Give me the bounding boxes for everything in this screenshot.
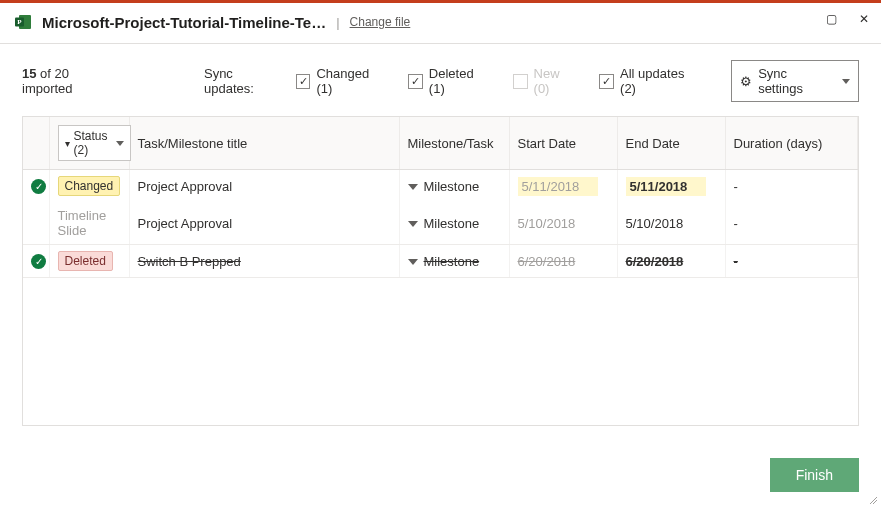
file-title: Microsoft-Project-Tutorial-Timeline-Te… [42,14,326,31]
header-title[interactable]: Task/Milestone title [129,117,399,170]
row-end-cell[interactable]: 5/10/2018 [617,202,725,245]
gear-icon: ⚙ [740,74,752,89]
row-start-date: 5/11/2018 [522,179,580,194]
row-check-cell[interactable]: ✓ [23,245,49,278]
row-check-cell[interactable]: ✓ [23,170,49,203]
row-type-cell[interactable]: Milestone [399,202,509,245]
header-end[interactable]: End Date [617,117,725,170]
dropdown-icon [408,221,418,227]
row-duration-cell[interactable]: - [725,245,858,278]
highlight: 5/11/2018 [518,177,598,196]
check-circle-icon: ✓ [31,254,46,269]
row-start-cell[interactable]: 6/20/2018 [509,245,617,278]
checkbox-all-updates[interactable]: All updates (2) [599,66,701,96]
close-icon[interactable]: ✕ [859,13,869,25]
filter-icon: ▾ [65,138,70,149]
resize-grip-icon[interactable] [867,494,877,504]
header-status-label: Status (2) [74,129,108,157]
checkbox-changed-label: Changed (1) [316,66,386,96]
row-check-cell[interactable] [23,202,49,245]
app-window: ▢ ✕ P Microsoft-Project-Tutorial-Timelin… [0,0,881,508]
row-duration: - [734,179,738,194]
row-duration-cell[interactable]: - [725,170,858,203]
row-start-date: 6/20/2018 [518,254,576,269]
checkbox-empty-icon [513,74,528,89]
row-type-cell[interactable]: Milestone [399,245,509,278]
status-tag: Deleted [58,251,113,271]
dropdown-icon [408,184,418,190]
checkmark-icon [408,74,423,89]
row-title: Switch B Prepped [138,254,241,269]
header-duration[interactable]: Duration (days) [725,117,858,170]
status-text: Timeline Slide [58,208,107,238]
checkbox-deleted-label: Deleted (1) [429,66,491,96]
row-title-cell: Project Approval [129,170,399,203]
row-end-cell[interactable]: 5/11/2018 [617,170,725,203]
row-status-cell: Timeline Slide [49,202,129,245]
header-checkbox [23,117,49,170]
row-type: Milestone [424,254,480,269]
checkmark-icon [296,74,311,89]
table-row[interactable]: ✓DeletedSwitch B PreppedMilestone6/20/20… [23,245,858,278]
row-type-cell[interactable]: Milestone [399,170,509,203]
checkbox-deleted[interactable]: Deleted (1) [408,66,491,96]
table: ▾ Status (2) Task/Milestone title Milest… [23,117,858,278]
svg-text:P: P [17,18,22,26]
row-start-cell[interactable]: 5/11/2018 [509,170,617,203]
ms-project-icon: P [14,13,32,31]
data-grid: ▾ Status (2) Task/Milestone title Milest… [22,116,859,426]
row-duration: - [734,216,738,231]
row-title-cell: Project Approval [129,202,399,245]
finish-button[interactable]: Finish [770,458,859,492]
sync-settings-button[interactable]: ⚙ Sync settings [731,60,859,102]
row-start-date: 5/10/2018 [518,216,576,231]
table-row[interactable]: Timeline SlideProject ApprovalMilestone5… [23,202,858,245]
row-end-date: 5/11/2018 [630,179,688,194]
row-end-date: 5/10/2018 [626,216,684,231]
dropdown-icon [408,259,418,265]
sync-settings-label: Sync settings [758,66,832,96]
sync-updates-label: Sync updates: [204,66,284,96]
checkbox-new-label: New (0) [534,66,578,96]
row-duration: - [734,254,738,269]
import-count: 15 of 20 imported [22,66,120,96]
window-controls: ▢ ✕ [826,13,869,25]
header-start[interactable]: Start Date [509,117,617,170]
maximize-icon[interactable]: ▢ [826,13,837,25]
table-row[interactable]: ✓ChangedProject ApprovalMilestone5/11/20… [23,170,858,203]
row-type: Milestone [424,179,480,194]
row-duration-cell[interactable]: - [725,202,858,245]
row-end-date: 6/20/2018 [626,254,684,269]
check-circle-icon: ✓ [31,179,46,194]
table-header-row: ▾ Status (2) Task/Milestone title Milest… [23,117,858,170]
checkbox-all-label: All updates (2) [620,66,701,96]
row-status-cell: Changed [49,170,129,203]
header-type[interactable]: Milestone/Task [399,117,509,170]
checkbox-new: New (0) [513,66,577,96]
chevron-down-icon [116,141,124,146]
row-status-cell: Deleted [49,245,129,278]
header-status[interactable]: ▾ Status (2) [49,117,129,170]
checkbox-changed[interactable]: Changed (1) [296,66,386,96]
row-type: Milestone [424,216,480,231]
toolbar: 15 of 20 imported Sync updates: Changed … [0,44,881,116]
checkmark-icon [599,74,614,89]
row-title: Project Approval [138,179,233,194]
row-start-cell[interactable]: 5/10/2018 [509,202,617,245]
change-file-link[interactable]: Change file [350,15,411,29]
status-tag: Changed [58,176,121,196]
imported-number: 15 [22,66,36,81]
highlight: 5/11/2018 [626,177,706,196]
chevron-down-icon [842,79,850,84]
title-bar: P Microsoft-Project-Tutorial-Timeline-Te… [0,3,881,44]
row-end-cell[interactable]: 6/20/2018 [617,245,725,278]
footer: Finish [770,458,859,492]
row-title: Project Approval [138,216,233,231]
row-title-cell: Switch B Prepped [129,245,399,278]
title-separator: | [336,15,339,30]
